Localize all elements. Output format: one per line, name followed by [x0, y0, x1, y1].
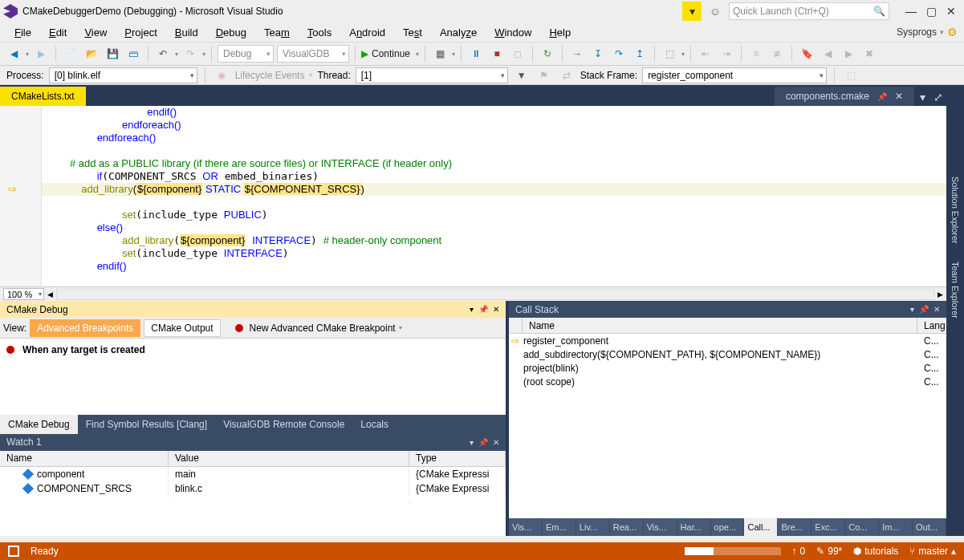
thread-combo[interactable]: [1]: [356, 67, 508, 83]
show-next-icon[interactable]: ◻: [509, 45, 527, 63]
lifecycle-icon[interactable]: ◉: [213, 67, 230, 84]
menu-tools[interactable]: Tools: [299, 25, 340, 40]
output-tab[interactable]: Out...: [913, 518, 946, 536]
notification-funnel-icon[interactable]: ▾: [682, 2, 702, 21]
output-tab[interactable]: ope...: [711, 518, 745, 536]
output-tab[interactable]: Har...: [677, 518, 711, 536]
solution-explorer-tab[interactable]: Solution Explorer: [950, 172, 960, 249]
cmake-debug-header[interactable]: CMake Debug ▾📌✕: [0, 301, 506, 318]
branch-name[interactable]: ⑂ master ▴: [909, 546, 956, 557]
config-combo[interactable]: Debug: [218, 45, 274, 63]
new-breakpoint-button[interactable]: New Advanced CMake Breakpoint: [250, 323, 396, 334]
col-type[interactable]: Type: [409, 451, 506, 466]
account-name[interactable]: Sysprogs: [897, 26, 937, 38]
pin-icon[interactable]: 📌: [877, 92, 887, 101]
col-value[interactable]: Value: [169, 451, 409, 466]
close-icon[interactable]: ✕: [933, 305, 940, 314]
quick-launch[interactable]: Quick Launch (Ctrl+Q) 🔍: [729, 2, 889, 20]
flag-icon[interactable]: ⚑: [535, 67, 553, 84]
output-tab[interactable]: Vis...: [509, 518, 543, 536]
zoom-combo[interactable]: 100 %: [3, 288, 44, 300]
save-all-button[interactable]: 🗃: [124, 45, 142, 63]
tab-find-symbol[interactable]: Find Symbol Results [Clang]: [78, 415, 215, 434]
comment-icon[interactable]: ≡: [747, 45, 765, 63]
step-out-button[interactable]: ↥: [631, 45, 649, 63]
nav-back-button[interactable]: ◀: [5, 45, 22, 63]
tab-cmakelists[interactable]: CMakeLists.txt: [0, 87, 86, 106]
continue-button[interactable]: ▶Continue▾: [361, 48, 419, 59]
bookmark-clear-icon[interactable]: ✖: [860, 45, 878, 63]
tab-remote-console[interactable]: VisualGDB Remote Console: [215, 415, 352, 434]
horizontal-scrollbar[interactable]: [56, 289, 934, 300]
callstack-header[interactable]: Call Stack ▾📌✕: [509, 301, 946, 318]
maximize-button[interactable]: ▢: [926, 5, 937, 18]
editor-gutter[interactable]: [0, 106, 42, 286]
breakpoint-item[interactable]: When any target is created: [5, 342, 501, 358]
redo-button[interactable]: ↷: [181, 45, 199, 63]
new-project-button[interactable]: 📄: [62, 45, 79, 63]
seg-advanced-breakpoints[interactable]: Advanced Breakpoints: [30, 319, 140, 337]
tab-close-icon[interactable]: ✕: [895, 91, 903, 102]
indent-less-icon[interactable]: ⇤: [697, 45, 714, 63]
show-next-statement-button[interactable]: →: [568, 45, 586, 63]
unpushed-commits[interactable]: ↑ 0: [792, 546, 806, 557]
feedback-icon[interactable]: ☺: [706, 2, 724, 20]
output-tab[interactable]: Co...: [845, 518, 879, 536]
menu-help[interactable]: Help: [541, 25, 579, 40]
nav-fwd-button[interactable]: ▶: [32, 45, 50, 63]
lifecycle-label[interactable]: Lifecycle Events: [235, 70, 305, 81]
dropdown-icon[interactable]: ▾: [470, 305, 474, 314]
code-editor[interactable]: ⇨ endif() endforeach() endforeach() # ad…: [0, 106, 946, 301]
col-name[interactable]: Name: [0, 451, 169, 466]
stack-frame-combo[interactable]: register_component: [642, 67, 827, 83]
menu-test[interactable]: Test: [395, 25, 430, 40]
process-combo[interactable]: [0] blink.elf: [49, 67, 197, 83]
output-tab[interactable]: Bre...: [778, 518, 811, 536]
callstack-row[interactable]: add_subdirectory(${COMPONENT_PATH}, ${CO…: [509, 347, 946, 361]
bookmark-next-icon[interactable]: ▶: [840, 45, 857, 63]
col-name[interactable]: Name: [523, 318, 917, 333]
gear-icon[interactable]: ⚙: [947, 26, 958, 39]
step-into-button[interactable]: ↧: [589, 45, 607, 63]
bookmark-icon[interactable]: 🔖: [798, 45, 816, 63]
output-tab[interactable]: Vis...: [644, 518, 677, 536]
repo-name[interactable]: ⬢ tutorials: [853, 546, 898, 557]
menu-view[interactable]: View: [76, 25, 115, 40]
menu-debug[interactable]: Debug: [208, 25, 254, 40]
output-tab[interactable]: Exc...: [811, 518, 845, 536]
uncomment-icon[interactable]: ≢: [768, 45, 786, 63]
output-tab[interactable]: Em...: [543, 518, 576, 536]
output-tab[interactable]: Call...: [744, 518, 778, 536]
swap-icon[interactable]: ⇄: [558, 67, 576, 84]
indent-more-icon[interactable]: ⇥: [718, 45, 735, 63]
stop-button[interactable]: ■: [488, 45, 506, 63]
hex-icon[interactable]: ⬚: [842, 67, 860, 84]
seg-cmake-output[interactable]: CMake Output: [144, 319, 220, 337]
callstack-row[interactable]: (root scope)C...: [509, 375, 946, 388]
pending-changes[interactable]: ✎ 99*: [816, 546, 842, 557]
output-tab[interactable]: Liv...: [576, 518, 610, 536]
pin-icon[interactable]: 📌: [478, 438, 488, 447]
pin-icon[interactable]: 📌: [478, 305, 488, 314]
menu-window[interactable]: Window: [486, 25, 539, 40]
tab-overflow-icon[interactable]: ▾: [914, 88, 930, 106]
dropdown-icon[interactable]: ▾: [910, 305, 914, 314]
close-button[interactable]: ✕: [946, 5, 956, 18]
callstack-row[interactable]: project(blink)C...: [509, 361, 946, 375]
platform-combo[interactable]: VisualGDB: [277, 45, 349, 63]
dropdown-icon[interactable]: ▾: [470, 438, 474, 447]
bookmark-prev-icon[interactable]: ◀: [819, 45, 836, 63]
restart-button[interactable]: ↻: [539, 45, 556, 63]
menu-build[interactable]: Build: [167, 25, 206, 40]
watch-grid[interactable]: componentmain{CMake ExpressiCOMPONENT_SR…: [0, 467, 506, 537]
callstack-grid[interactable]: ⇨register_componentC...add_subdirectory(…: [509, 334, 946, 518]
menu-project[interactable]: Project: [116, 25, 165, 40]
expand-pane-icon[interactable]: ⤢: [930, 88, 946, 106]
undo-button[interactable]: ↶: [154, 45, 172, 63]
col-lang[interactable]: Lang: [917, 318, 946, 333]
menu-analyze[interactable]: Analyze: [432, 25, 485, 40]
open-file-button[interactable]: 📂: [83, 45, 100, 63]
tab-cmake-debug[interactable]: CMake Debug: [0, 415, 78, 434]
tab-components[interactable]: components.cmake 📌 ✕: [775, 87, 914, 106]
save-button[interactable]: 💾: [104, 45, 121, 63]
